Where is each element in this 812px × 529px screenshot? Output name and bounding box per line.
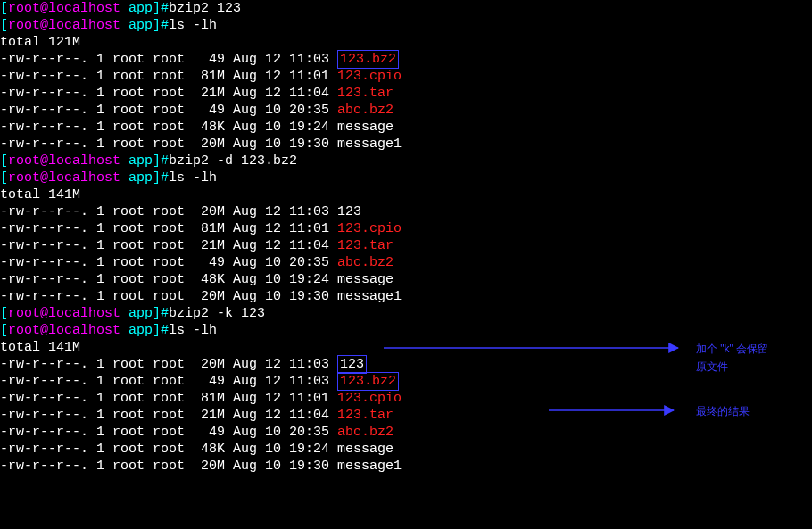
prompt-bracket: [: [0, 153, 8, 169]
prompt-user: root@localhost: [8, 18, 120, 33]
command-line[interactable]: [root@localhost app]#bzip2 123: [0, 0, 812, 17]
ls-row: -rw-r--r--. 1 root root 81M Aug 12 11:01…: [0, 68, 812, 85]
prompt-user: root@localhost: [8, 170, 120, 186]
prompt-dir: app]#: [120, 170, 169, 186]
file-perms: -rw-r--r--. 1 root root 81M Aug 12 11:01: [0, 69, 337, 84]
ls-row: -rw-r--r--. 1 root root 20M Aug 12 11:03…: [0, 203, 812, 220]
ls-row: -rw-r--r--. 1 root root 21M Aug 12 11:04…: [0, 407, 812, 424]
command-text: bzip2 123: [169, 1, 241, 16]
file-name: 123.bz2: [337, 50, 399, 69]
file-perms: -rw-r--r--. 1 root root 81M Aug 12 11:01: [0, 221, 337, 236]
file-perms: -rw-r--r--. 1 root root 20M Aug 10 19:30: [0, 459, 337, 474]
file-perms: -rw-r--r--. 1 root root 20M Aug 12 11:03: [0, 357, 337, 372]
command-text: bzip2 -d 123.bz2: [169, 153, 297, 169]
command-text: bzip2 -k 123: [169, 306, 265, 321]
file-perms: -rw-r--r--. 1 root root 48K Aug 10 19:24: [0, 272, 337, 287]
prompt-dir: app]#: [120, 18, 169, 33]
file-perms: -rw-r--r--. 1 root root 48K Aug 10 19:24: [0, 120, 337, 135]
ls-row: -rw-r--r--. 1 root root 81M Aug 12 11:01…: [0, 390, 812, 407]
file-perms: -rw-r--r--. 1 root root 20M Aug 10 19:30: [0, 136, 337, 152]
command-line[interactable]: [root@localhost app]#bzip2 -d 123.bz2: [0, 153, 812, 169]
total-line: total 141M: [0, 186, 812, 203]
file-name: 123.cpio: [337, 69, 402, 84]
ls-row: -rw-r--r--. 1 root root 48K Aug 10 19:24…: [0, 271, 812, 288]
file-name: message: [337, 120, 394, 135]
file-perms: -rw-r--r--. 1 root root 49 Aug 10 20:35: [0, 255, 337, 270]
file-name: 123: [337, 355, 367, 374]
ls-row: -rw-r--r--. 1 root root 49 Aug 10 20:35 …: [0, 102, 812, 119]
file-perms: -rw-r--r--. 1 root root 49 Aug 12 11:03: [0, 52, 337, 67]
command-text: ls -lh: [169, 170, 217, 186]
prompt-user: root@localhost: [8, 1, 120, 16]
file-perms: -rw-r--r--. 1 root root 48K Aug 10 19:24: [0, 442, 337, 457]
file-perms: -rw-r--r--. 1 root root 20M Aug 12 11:03: [0, 204, 337, 219]
file-perms: -rw-r--r--. 1 root root 21M Aug 12 11:04: [0, 238, 337, 253]
ls-row: -rw-r--r--. 1 root root 20M Aug 10 19:30…: [0, 136, 812, 153]
file-perms: -rw-r--r--. 1 root root 81M Aug 12 11:01: [0, 391, 337, 406]
prompt-user: root@localhost: [8, 306, 120, 321]
ls-row: -rw-r--r--. 1 root root 48K Aug 10 19:24…: [0, 119, 812, 136]
ls-row: -rw-r--r--. 1 root root 81M Aug 12 11:01…: [0, 220, 812, 237]
command-text: ls -lh: [169, 18, 217, 33]
prompt-bracket: [: [0, 323, 8, 338]
annotation-text-1b: 原文件: [696, 359, 728, 376]
prompt-bracket: [: [0, 18, 8, 33]
file-name: message1: [337, 136, 402, 152]
file-name: abc.bz2: [337, 255, 394, 270]
total-line: total 121M: [0, 34, 812, 51]
file-perms: -rw-r--r--. 1 root root 49 Aug 10 20:35: [0, 103, 337, 118]
command-line[interactable]: [root@localhost app]#bzip2 -k 123: [0, 305, 812, 322]
prompt-dir: app]#: [120, 323, 169, 338]
ls-row: -rw-r--r--. 1 root root 21M Aug 12 11:04…: [0, 85, 812, 102]
file-name: abc.bz2: [337, 425, 394, 440]
ls-row: -rw-r--r--. 1 root root 49 Aug 12 11:03 …: [0, 373, 812, 390]
file-perms: -rw-r--r--. 1 root root 49 Aug 10 20:35: [0, 425, 337, 440]
prompt-bracket: [: [0, 1, 8, 16]
file-name: 123: [337, 204, 361, 219]
file-name: 123.cpio: [337, 391, 402, 406]
prompt-dir: app]#: [120, 153, 169, 169]
file-name: message: [337, 272, 394, 287]
file-name: message1: [337, 289, 402, 304]
file-name: 123.tar: [337, 86, 394, 101]
command-line[interactable]: [root@localhost app]#ls -lh: [0, 169, 812, 186]
command-line[interactable]: [root@localhost app]#ls -lh: [0, 17, 812, 34]
file-name: message: [337, 442, 394, 457]
file-name: 123.bz2: [337, 372, 399, 391]
prompt-user: root@localhost: [8, 323, 120, 338]
ls-row: -rw-r--r--. 1 root root 20M Aug 10 19:30…: [0, 458, 812, 475]
prompt-user: root@localhost: [8, 153, 120, 169]
file-name: abc.bz2: [337, 103, 394, 118]
ls-row: -rw-r--r--. 1 root root 48K Aug 10 19:24…: [0, 441, 812, 458]
terminal-output: [root@localhost app]#bzip2 123[root@loca…: [0, 0, 812, 475]
prompt-bracket: [: [0, 306, 8, 321]
annotation-text-1a: 加个 "k" 会保留: [696, 341, 768, 358]
total-line: total 141M: [0, 339, 812, 356]
prompt-bracket: [: [0, 170, 8, 186]
ls-row: -rw-r--r--. 1 root root 49 Aug 10 20:35 …: [0, 254, 812, 271]
file-name: 123.cpio: [337, 221, 402, 236]
ls-row: -rw-r--r--. 1 root root 20M Aug 12 11:03…: [0, 356, 812, 373]
command-text: ls -lh: [169, 323, 217, 338]
file-perms: -rw-r--r--. 1 root root 20M Aug 10 19:30: [0, 289, 337, 304]
ls-row: -rw-r--r--. 1 root root 49 Aug 10 20:35 …: [0, 424, 812, 441]
file-name: message1: [337, 459, 402, 474]
file-perms: -rw-r--r--. 1 root root 21M Aug 12 11:04: [0, 86, 337, 101]
file-perms: -rw-r--r--. 1 root root 21M Aug 12 11:04: [0, 408, 337, 423]
ls-row: -rw-r--r--. 1 root root 20M Aug 10 19:30…: [0, 288, 812, 305]
prompt-dir: app]#: [120, 1, 169, 16]
annotation-text-2: 最终的结果: [696, 403, 750, 420]
file-name: 123.tar: [337, 238, 394, 253]
file-perms: -rw-r--r--. 1 root root 49 Aug 12 11:03: [0, 374, 337, 389]
ls-row: -rw-r--r--. 1 root root 21M Aug 12 11:04…: [0, 237, 812, 254]
file-name: 123.tar: [337, 408, 394, 423]
ls-row: -rw-r--r--. 1 root root 49 Aug 12 11:03 …: [0, 51, 812, 68]
command-line[interactable]: [root@localhost app]#ls -lh: [0, 322, 812, 339]
prompt-dir: app]#: [120, 306, 169, 321]
